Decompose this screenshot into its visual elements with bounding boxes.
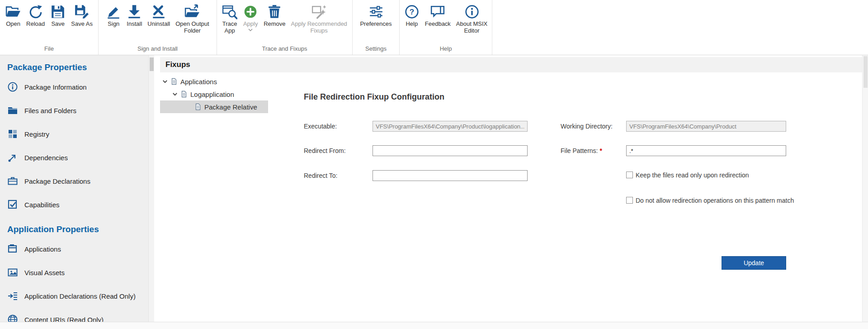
sidebar-item-registry[interactable]: Registry — [7, 122, 148, 146]
ribbon-button-label: Sign — [108, 21, 119, 28]
sidebar-item-capabilities[interactable]: Capabilities — [7, 193, 148, 216]
sidebar-scrollbar-thumb[interactable] — [150, 57, 154, 71]
ribbon-button-preferences[interactable]: Preferences — [357, 3, 394, 29]
ribbon-button-uninstall[interactable]: Uninstall — [145, 3, 173, 29]
sidebar-item-label: Applications — [24, 245, 61, 253]
ribbon-button-save[interactable]: Save — [47, 3, 68, 29]
keep-read-only-checkbox[interactable]: Keep the files read only upon redirectio… — [626, 172, 749, 179]
sidebar-item-label: Capabilities — [24, 201, 60, 209]
ribbon-button-install[interactable]: Install — [124, 3, 145, 29]
ribbon-group-name: Trace and Fixups — [217, 44, 352, 55]
ribbon-button-label: Apply — [243, 21, 258, 28]
document-icon — [180, 91, 188, 98]
checkbox-label: Do not allow redirection operations on t… — [636, 197, 794, 204]
redirect-from-input[interactable] — [373, 145, 528, 156]
ribbon-button-apply[interactable]: Apply — [240, 3, 261, 32]
sidebar-item-label: Registry — [24, 130, 49, 138]
tree-item-label: Package Relative — [204, 103, 257, 111]
sidebar-item-label: Package Information — [24, 83, 87, 91]
folder-icon — [7, 105, 18, 116]
ribbon-group-sign-and-install: SignInstallUninstallOpen Output FolderSi… — [99, 0, 217, 55]
ribbon-button-reload[interactable]: Reload — [24, 3, 47, 29]
sidebar-item-applications[interactable]: Applications — [7, 237, 148, 261]
dependencies-icon — [7, 152, 18, 163]
update-button[interactable]: Update — [722, 256, 786, 270]
ribbon-button-sign[interactable]: Sign — [103, 3, 124, 29]
sidebar-heading-application-properties: Application Properties — [7, 223, 148, 237]
ribbon-button-label: Uninstall — [147, 21, 170, 28]
ribbon-button-apply-recommended-fixups[interactable]: Apply Recommended Fixups — [288, 3, 350, 35]
apply-icon — [243, 4, 258, 19]
ribbon-button-remove[interactable]: Remove — [261, 3, 288, 29]
ribbon-button-label: Reload — [26, 21, 45, 28]
sidebar-item-files-and-folders[interactable]: Files and Folders — [7, 99, 148, 122]
chevron-down-icon[interactable] — [172, 91, 178, 97]
ribbon-button-label: Save — [51, 21, 65, 28]
ribbon-button-trace-app[interactable]: Trace App — [219, 3, 240, 35]
sidebar-item-visual-assets[interactable]: Visual Assets — [7, 261, 148, 284]
ribbon-group-buttons: Preferences — [353, 0, 399, 44]
file-patterns-label-text: File Patterns: — [561, 147, 598, 154]
ribbon-button-label: Help — [406, 21, 418, 28]
install-icon — [127, 4, 142, 19]
ribbon-button-about-msix-editor[interactable]: About MSIX Editor — [453, 3, 490, 35]
executable-input[interactable] — [373, 121, 528, 132]
file-patterns-input[interactable] — [626, 145, 786, 156]
sign-icon — [106, 4, 121, 19]
checkbox-box-icon[interactable] — [626, 172, 633, 178]
main-scrollbar-thumb[interactable] — [863, 56, 868, 88]
tree-item-logapplication[interactable]: Logapplication — [160, 88, 268, 100]
sidebar-item-package-declarations[interactable]: Package Declarations — [7, 169, 148, 193]
sidebar-item-application-declarations-read-only[interactable]: Application Declarations (Read Only) — [7, 284, 148, 308]
ribbon-button-open-output-folder[interactable]: Open Output Folder — [173, 3, 212, 35]
sidebar-item-label: Visual Assets — [24, 269, 65, 277]
sidebar-item-label: Files and Folders — [24, 107, 76, 114]
ribbon-group-name: Settings — [353, 44, 399, 55]
main-panel: Fixups ApplicationsLogapplicationPackage… — [160, 55, 862, 322]
sidebar-item-package-information[interactable]: Package Information — [7, 75, 148, 99]
ribbon-button-feedback[interactable]: Feedback — [422, 3, 453, 29]
ribbon-group-buttons: OpenReloadSaveSave As — [0, 0, 98, 44]
fixups-body: ApplicationsLogapplicationPackage Relati… — [160, 72, 862, 322]
config-title: File Redirection Fixup Configuration — [304, 92, 444, 102]
ribbon-button-help[interactable]: ?Help — [401, 3, 422, 29]
horizontal-scrollbar[interactable] — [0, 322, 868, 329]
sidebar-item-label: Application Declarations (Read Only) — [24, 292, 136, 300]
fixup-config-panel: File Redirection Fixup Configuration Exe… — [268, 72, 862, 322]
chevron-down-icon[interactable] — [162, 79, 168, 84]
sidebar-item-dependencies[interactable]: Dependencies — [7, 146, 148, 169]
tree-item-package-relative[interactable]: Package Relative — [160, 100, 268, 113]
about-icon — [464, 4, 480, 19]
redirect-to-input[interactable] — [373, 170, 528, 181]
ribbon-group-buttons: ?HelpFeedbackAbout MSIX Editor — [400, 0, 492, 44]
ribbon-group-name: Sign and Install — [99, 44, 217, 55]
ribbon-button-label: Feedback — [425, 21, 451, 28]
content-uris-icon — [7, 314, 18, 322]
info-icon — [7, 81, 18, 92]
capabilities-icon — [7, 199, 18, 210]
ribbon-button-label: Remove — [264, 21, 285, 28]
feedback-icon — [430, 4, 445, 19]
ribbon-button-save-as[interactable]: Save As — [68, 3, 95, 29]
save-as-icon — [74, 4, 90, 19]
ribbon-button-label: Open — [6, 21, 20, 28]
sidebar-item-content-uris-read-only[interactable]: Content URIs (Read Only) — [7, 308, 148, 322]
chevron-down-icon — [248, 29, 253, 31]
no-redirection-operations-checkbox[interactable]: Do not allow redirection operations on t… — [626, 197, 794, 204]
ribbon-group-help: ?HelpFeedbackAbout MSIX EditorHelp — [400, 0, 492, 55]
visual-assets-icon — [7, 267, 18, 278]
working-directory-input[interactable] — [626, 121, 786, 132]
sidebar-scrollbar[interactable] — [148, 55, 154, 322]
sidebar-item-label: Package Declarations — [24, 177, 90, 185]
main-vertical-scrollbar[interactable] — [862, 55, 868, 322]
checkbox-box-icon[interactable] — [626, 197, 633, 204]
document-icon — [170, 78, 178, 85]
tree-item-applications[interactable]: Applications — [160, 75, 268, 88]
svg-text:?: ? — [410, 8, 414, 16]
sidebar-item-label: Dependencies — [24, 154, 68, 162]
tree-item-label: Applications — [180, 78, 217, 86]
ribbon-button-label: Preferences — [360, 21, 392, 28]
tree-item-label: Logapplication — [190, 91, 234, 98]
save-icon — [50, 4, 66, 19]
ribbon-button-open[interactable]: Open — [3, 3, 24, 29]
